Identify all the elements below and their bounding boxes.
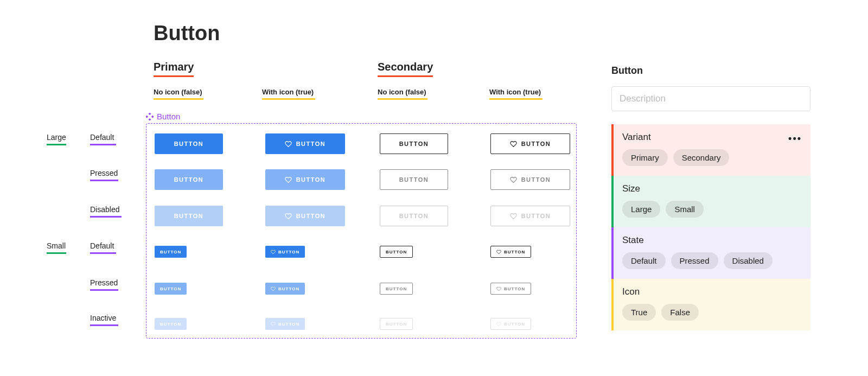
property-group-icon[interactable]: Icon True False <box>611 279 810 330</box>
panel-title: Button <box>611 65 810 77</box>
size-small-label: Small <box>47 241 66 254</box>
button-label: BUTTON <box>386 250 407 254</box>
button-primary-small-default-icon[interactable]: BUTTON <box>265 246 305 258</box>
button-label: BUTTON <box>296 141 326 147</box>
button-primary-small-inactive[interactable]: BUTTON <box>155 318 187 330</box>
button-secondary-small-default-icon[interactable]: BUTTON <box>490 246 531 258</box>
button-secondary-small-pressed[interactable]: BUTTON <box>380 283 413 295</box>
underline-yellow <box>262 98 315 100</box>
button-label: BUTTON <box>278 250 299 254</box>
button-secondary-large-disabled-icon[interactable]: BUTTON <box>490 206 570 226</box>
button-label: BUTTON <box>278 286 299 291</box>
underline-purple <box>90 289 118 291</box>
button-label: BUTTON <box>160 322 181 327</box>
description-input[interactable]: Description <box>611 86 810 111</box>
svg-rect-0 <box>149 113 151 115</box>
underline-orange <box>154 75 194 77</box>
button-label: BUTTON <box>278 322 299 327</box>
button-primary-large-pressed-icon[interactable]: BUTTON <box>265 169 345 190</box>
button-secondary-large-pressed-icon[interactable]: BUTTON <box>490 169 570 190</box>
size-label-text: Large <box>47 133 66 142</box>
property-title: State <box>622 235 802 246</box>
property-title: Size <box>622 183 802 194</box>
button-primary-large-pressed[interactable]: BUTTON <box>155 169 223 190</box>
component-variant-frame[interactable] <box>146 123 577 339</box>
pill-variant-primary[interactable]: Primary <box>622 149 668 166</box>
heart-icon <box>510 141 517 148</box>
state-default-label-small: Default <box>90 241 116 254</box>
svg-rect-1 <box>149 118 151 120</box>
pill-size-small[interactable]: Small <box>666 201 704 218</box>
state-label-text: Disabled <box>90 205 119 214</box>
variant-secondary-heading: Secondary <box>378 61 433 77</box>
button-primary-large-disabled-icon[interactable]: BUTTON <box>265 206 345 226</box>
underline-purple <box>90 324 118 326</box>
heart-icon <box>271 250 276 254</box>
button-secondary-large-pressed[interactable]: BUTTON <box>380 169 448 190</box>
button-primary-small-default[interactable]: BUTTON <box>155 246 187 258</box>
button-label: BUTTON <box>174 213 204 219</box>
pill-state-disabled[interactable]: Disabled <box>724 252 773 269</box>
size-label-text: Small <box>47 241 66 250</box>
properties-panel: Button Description ••• Variant Primary S… <box>611 65 810 330</box>
component-frame-name[interactable]: Button <box>146 112 180 121</box>
button-secondary-large-disabled[interactable]: BUTTON <box>380 206 448 226</box>
property-group-state[interactable]: State Default Pressed Disabled <box>611 227 810 279</box>
button-primary-large-default[interactable]: BUTTON <box>155 133 223 154</box>
heart-icon <box>510 176 517 183</box>
heart-icon <box>271 286 276 291</box>
pill-state-pressed[interactable]: Pressed <box>671 252 718 269</box>
underline-orange <box>378 75 433 77</box>
underline-purple <box>90 252 116 254</box>
button-secondary-small-inactive-icon[interactable]: BUTTON <box>490 318 531 330</box>
property-group-size[interactable]: Size Large Small <box>611 176 810 227</box>
col-sub-label: No icon (false) <box>378 88 426 96</box>
pill-variant-secondary[interactable]: Secondary <box>673 149 730 166</box>
button-label: BUTTON <box>521 141 551 147</box>
button-primary-large-disabled[interactable]: BUTTON <box>155 206 223 226</box>
state-label-text: Pressed <box>90 169 118 177</box>
col-secondary-with-icon: With icon (true) <box>489 88 542 100</box>
button-label: BUTTON <box>296 176 326 183</box>
button-label: BUTTON <box>399 176 429 183</box>
button-primary-small-inactive-icon[interactable]: BUTTON <box>265 318 305 330</box>
heart-icon <box>510 213 517 220</box>
underline-purple <box>90 144 116 145</box>
state-label-text: Default <box>90 241 114 250</box>
button-primary-small-pressed-icon[interactable]: BUTTON <box>265 283 305 295</box>
property-group-variant[interactable]: ••• Variant Primary Secondary <box>611 124 810 176</box>
button-secondary-large-default[interactable]: BUTTON <box>380 133 448 154</box>
button-secondary-small-inactive[interactable]: BUTTON <box>380 318 413 330</box>
button-label: BUTTON <box>504 250 525 254</box>
underline-purple <box>90 180 118 181</box>
underline-green <box>47 144 66 145</box>
page-title: Button <box>154 22 220 45</box>
button-secondary-small-pressed-icon[interactable]: BUTTON <box>490 283 531 295</box>
state-pressed-label: Pressed <box>90 169 118 181</box>
button-secondary-small-default[interactable]: BUTTON <box>380 246 413 258</box>
heart-icon <box>496 286 501 291</box>
pill-state-default[interactable]: Default <box>622 252 666 269</box>
state-inactive-label-small: Inactive <box>90 314 118 326</box>
button-label: BUTTON <box>521 176 551 183</box>
col-primary-with-icon: With icon (true) <box>262 88 315 100</box>
variant-secondary-label: Secondary <box>378 61 433 73</box>
size-large-label: Large <box>47 133 66 145</box>
more-icon[interactable]: ••• <box>788 133 802 144</box>
heart-icon <box>285 141 292 148</box>
pill-icon-true[interactable]: True <box>622 304 656 321</box>
state-pressed-label-small: Pressed <box>90 278 118 291</box>
underline-purple <box>90 216 122 218</box>
col-secondary-no-icon: No icon (false) <box>378 88 427 100</box>
pill-icon-false[interactable]: False <box>661 304 699 321</box>
pill-size-large[interactable]: Large <box>622 201 660 218</box>
button-label: BUTTON <box>296 213 326 219</box>
button-label: BUTTON <box>386 322 407 327</box>
variant-primary-label: Primary <box>154 61 194 73</box>
button-secondary-large-default-icon[interactable]: BUTTON <box>490 133 570 154</box>
property-title: Variant <box>622 132 802 143</box>
state-label-text: Pressed <box>90 278 118 287</box>
heart-icon <box>271 322 276 327</box>
button-primary-large-default-icon[interactable]: BUTTON <box>265 133 345 154</box>
button-primary-small-pressed[interactable]: BUTTON <box>155 283 187 295</box>
